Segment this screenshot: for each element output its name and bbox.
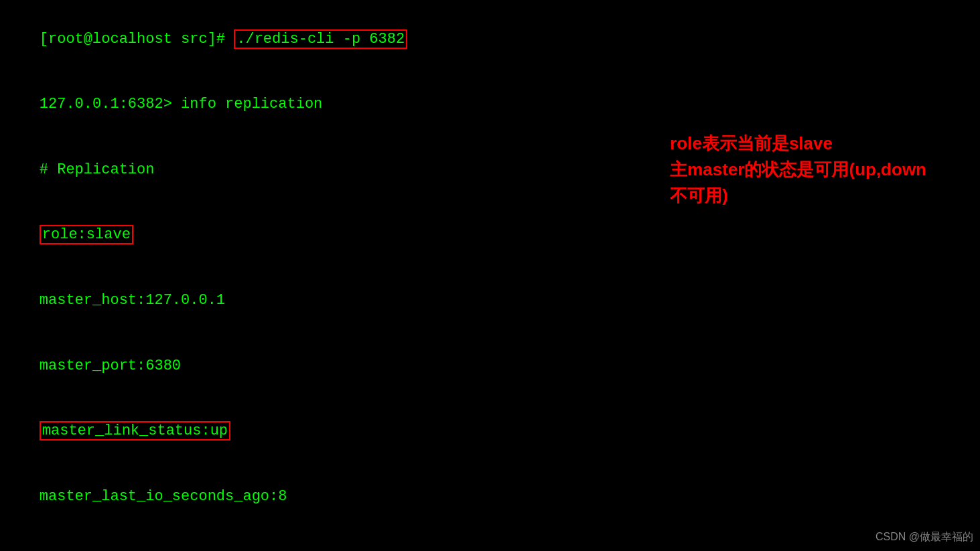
line-master-sync: master_sync_in_progress:0 <box>0 530 980 551</box>
line-info-replication: 127.0.0.1:6382> info replication <box>0 72 980 138</box>
terminal: [root@localhost src]# ./redis-cli -p 638… <box>0 0 980 551</box>
watermark: CSDN @做最幸福的 <box>876 530 973 544</box>
prompt-text: [root@localhost src]# <box>40 31 234 48</box>
line-master-link-status: master_link_status:up <box>0 399 980 465</box>
annotation-line3: 不可用) <box>670 183 926 209</box>
line-prompt1: [root@localhost src]# ./redis-cli -p 638… <box>0 7 980 72</box>
line-master-host: master_host:127.0.0.1 <box>0 268 980 334</box>
annotation-line2: 主master的状态是可用(up,down <box>670 157 926 183</box>
replication-label: # Replication <box>40 161 155 178</box>
master-link-status-value: master_link_status:up <box>40 421 230 441</box>
annotation-block: role表示当前是slave 主master的状态是可用(up,down 不可用… <box>670 131 926 209</box>
line-master-last-io: master_last_io_seconds_ago:8 <box>0 464 980 530</box>
line-role: role:slave <box>0 203 980 268</box>
master-port-value: master_port:6380 <box>40 358 181 374</box>
master-last-io-value: master_last_io_seconds_ago:8 <box>40 488 287 505</box>
redis-cli-command: ./redis-cli -p 6382 <box>234 29 407 49</box>
line-master-port: master_port:6380 <box>0 333 980 399</box>
role-value: role:slave <box>40 225 133 244</box>
annotation-line1: role表示当前是slave <box>670 131 926 157</box>
master-host-value: master_host:127.0.0.1 <box>40 292 225 309</box>
info-cmd: 127.0.0.1:6382> info replication <box>40 96 322 112</box>
